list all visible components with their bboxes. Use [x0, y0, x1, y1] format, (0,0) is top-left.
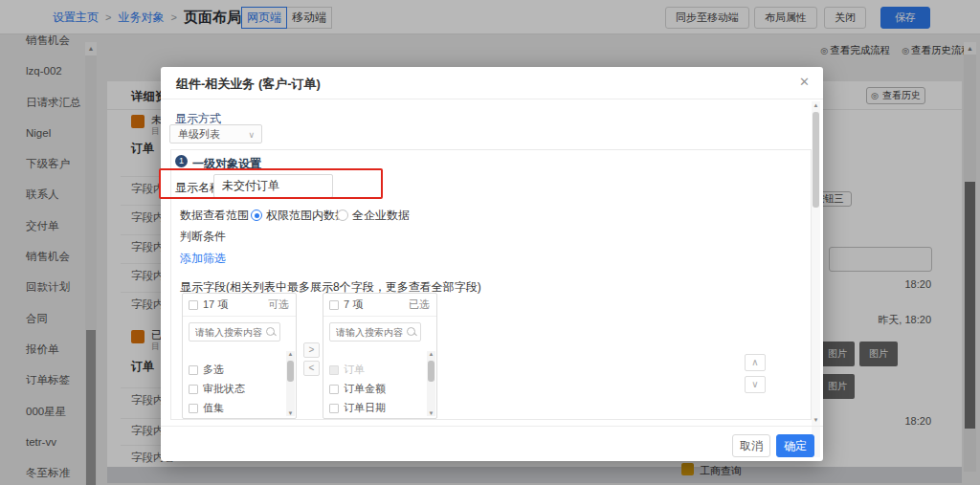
available-count: 17 项: [203, 298, 228, 312]
radio-whole-company-label[interactable]: 全企业数据: [352, 208, 410, 224]
selected-fields-box: 7 项 已选 订单 订单金额 订单日期 ▲ ▼: [323, 293, 437, 419]
move-down-button[interactable]: ∨: [745, 376, 766, 393]
selected-tag: 已选: [409, 298, 430, 312]
selected-count: 7 项: [344, 298, 363, 312]
select-all-checkbox[interactable]: [329, 300, 339, 310]
scroll-up-icon[interactable]: ▲: [427, 351, 435, 357]
field-checkbox[interactable]: [189, 404, 198, 413]
list-scrollbar-thumb[interactable]: [428, 361, 434, 382]
field-option[interactable]: 值集: [189, 401, 224, 415]
field-option[interactable]: 审批状态: [189, 382, 245, 396]
chevron-down-icon: ∨: [248, 126, 255, 143]
close-icon[interactable]: ✕: [799, 75, 810, 89]
field-checkbox[interactable]: [189, 365, 198, 375]
field-checkbox[interactable]: [189, 385, 198, 394]
field-option-disabled: 订单: [329, 363, 365, 377]
move-up-button[interactable]: ∧: [745, 354, 766, 371]
condition-label: 判断条件: [180, 229, 226, 245]
available-tag: 可选: [268, 298, 289, 312]
radio-permission-scope[interactable]: [251, 209, 262, 221]
radio-permission-scope-label[interactable]: 权限范围内数据: [266, 208, 346, 224]
highlight-annotation: [159, 168, 383, 199]
step-number-badge: 1: [175, 155, 188, 167]
related-business-modal: 组件-相关业务 (客户-订单) ✕ 显示方式 单级列表 ∨ 1 一级对象设置 显…: [161, 67, 823, 461]
search-icon: [266, 327, 276, 337]
selected-fields-header: 7 项 已选: [323, 294, 436, 317]
select-all-checkbox[interactable]: [189, 300, 198, 310]
available-fields-header: 17 项 可选: [183, 294, 296, 317]
list-scrollbar[interactable]: ▲ ▼: [286, 351, 295, 416]
display-mode-select[interactable]: 单级列表 ∨: [169, 124, 262, 143]
field-option[interactable]: 订单日期: [329, 401, 386, 415]
field-checkbox-disabled: [329, 365, 339, 375]
scroll-up-icon[interactable]: ▲: [286, 351, 295, 357]
move-left-button[interactable]: <: [303, 361, 320, 376]
data-scope-label: 数据查看范围: [180, 208, 249, 224]
field-checkbox[interactable]: [329, 385, 339, 394]
list-scrollbar[interactable]: ▲ ▼: [427, 351, 435, 416]
field-option[interactable]: 订单金额: [329, 382, 386, 396]
scroll-down-icon[interactable]: ▼: [286, 410, 295, 416]
move-right-button[interactable]: >: [303, 342, 320, 358]
divider: [161, 426, 823, 427]
modal-scrollbar-thumb[interactable]: [813, 112, 819, 208]
app-window: 设置主页 > 业务对象 > 页面布局 网页端 移动端 同步至移动端 布局属性 关…: [0, 0, 980, 485]
radio-whole-company[interactable]: [337, 209, 348, 221]
available-fields-box: 17 项 可选 多选 审批状态 值集 ▲ ▼: [182, 293, 297, 419]
scroll-down-icon[interactable]: ▼: [427, 410, 435, 416]
list-scrollbar-thumb[interactable]: [287, 361, 294, 382]
available-search: [189, 322, 280, 342]
search-icon: [407, 327, 416, 337]
divider: [161, 99, 823, 99]
modal-scroll-down-icon[interactable]: ▼: [812, 417, 820, 423]
confirm-button[interactable]: 确定: [776, 434, 814, 457]
field-checkbox[interactable]: [329, 404, 339, 413]
modal-scroll-up-icon[interactable]: ▲: [812, 102, 820, 108]
cancel-button[interactable]: 取消: [732, 434, 770, 457]
selected-search: [329, 322, 421, 342]
modal-title: 组件-相关业务 (客户-订单): [176, 76, 321, 93]
add-filter-link[interactable]: 添加筛选: [180, 251, 226, 267]
field-option[interactable]: 多选: [189, 363, 224, 377]
